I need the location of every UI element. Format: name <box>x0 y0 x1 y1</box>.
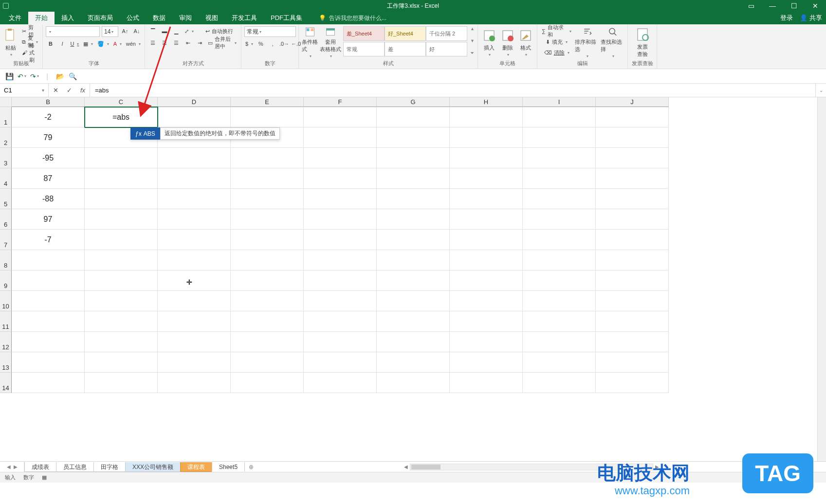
cell-J5[interactable] <box>596 189 669 209</box>
cell-H7[interactable] <box>450 230 523 250</box>
align-middle-button[interactable]: ▬ <box>160 26 169 36</box>
style-item[interactable]: 千位分隔 2 <box>426 26 467 41</box>
align-center-button[interactable]: ☰ <box>160 38 169 48</box>
cell-C3[interactable] <box>85 148 158 168</box>
cell-G11[interactable] <box>377 311 450 332</box>
align-bottom-button[interactable]: ▁ <box>171 26 181 36</box>
share-button[interactable]: 👤 共享 <box>800 14 822 22</box>
tab-home[interactable]: 开始 <box>28 12 55 24</box>
row-header[interactable]: 2 <box>0 127 12 148</box>
cancel-formula-button[interactable]: ✕ <box>49 87 62 94</box>
cell-F2[interactable] <box>304 127 377 148</box>
align-top-button[interactable]: ▔ <box>148 26 158 36</box>
cell-F3[interactable] <box>304 148 377 168</box>
tab-data[interactable]: 数据 <box>146 12 172 24</box>
cell-I2[interactable] <box>523 127 596 148</box>
cell-I11[interactable] <box>523 311 596 332</box>
cell-D4[interactable] <box>158 168 231 189</box>
row-header[interactable]: 12 <box>0 332 12 352</box>
cell-B12[interactable] <box>12 332 85 352</box>
cell-G9[interactable] <box>377 270 450 291</box>
tab-view[interactable]: 视图 <box>199 12 225 24</box>
cell-H10[interactable] <box>450 291 523 311</box>
cell-B14[interactable] <box>12 373 85 393</box>
cell-E5[interactable] <box>231 189 304 209</box>
scroll-left-icon[interactable]: ◀ <box>404 464 408 469</box>
cell-J12[interactable] <box>596 332 669 352</box>
cell-F14[interactable] <box>304 373 377 393</box>
tab-file[interactable]: 文件 <box>2 12 28 24</box>
row-header[interactable]: 6 <box>0 209 12 230</box>
row-header[interactable]: 1 <box>0 107 12 127</box>
cell-H2[interactable] <box>450 127 523 148</box>
cell-D12[interactable] <box>158 332 231 352</box>
cell-J6[interactable] <box>596 209 669 230</box>
cell-I12[interactable] <box>523 332 596 352</box>
cell-E14[interactable] <box>231 373 304 393</box>
cell-C5[interactable] <box>85 189 158 209</box>
bold-button[interactable]: B <box>46 39 55 49</box>
align-right-button[interactable]: ☰ <box>171 38 181 48</box>
tab-developer[interactable]: 开发工具 <box>225 12 264 24</box>
row-header[interactable]: 11 <box>0 311 12 332</box>
style-item[interactable]: 常规 <box>343 42 385 56</box>
login-button[interactable]: 登录 <box>780 14 793 22</box>
enter-formula-button[interactable]: ✓ <box>62 87 76 94</box>
style-item[interactable]: 差 <box>385 42 426 56</box>
sheet-tab[interactable]: 员工信息 <box>56 462 94 472</box>
sheet-nav[interactable]: ◀▶ <box>0 462 24 472</box>
row-header[interactable]: 5 <box>0 189 12 209</box>
cell-D14[interactable] <box>158 373 231 393</box>
cell-J3[interactable] <box>596 148 669 168</box>
cell-C12[interactable] <box>85 332 158 352</box>
save-icon[interactable]: 💾 <box>5 72 14 81</box>
style-item[interactable]: 好_Sheet4 <box>385 26 426 41</box>
cell-E13[interactable] <box>231 352 304 373</box>
col-header[interactable]: J <box>596 97 669 107</box>
cell-E3[interactable] <box>231 148 304 168</box>
col-header[interactable]: H <box>450 97 523 107</box>
col-header[interactable]: E <box>231 97 304 107</box>
select-all-corner[interactable] <box>0 97 12 107</box>
cell-F4[interactable] <box>304 168 377 189</box>
sheet-tab[interactable]: 成绩表 <box>24 462 56 472</box>
cell-D5[interactable] <box>158 189 231 209</box>
decrease-indent-button[interactable]: ⇤ <box>183 38 193 48</box>
border-button[interactable]: ▦ <box>82 39 94 49</box>
cell-H3[interactable] <box>450 148 523 168</box>
function-suggestion[interactable]: ƒx ABS <box>130 127 160 140</box>
cell-E8[interactable] <box>231 250 304 270</box>
cell-I7[interactable] <box>523 230 596 250</box>
cell-C4[interactable] <box>85 168 158 189</box>
row-header[interactable]: 9 <box>0 270 12 291</box>
cell-H1[interactable] <box>450 107 523 127</box>
phonetic-button[interactable]: wén <box>125 39 142 49</box>
cell-B13[interactable] <box>12 352 85 373</box>
cell-J8[interactable] <box>596 250 669 270</box>
comma-button[interactable]: , <box>268 39 277 49</box>
row-header[interactable]: 3 <box>0 148 12 168</box>
cell-H4[interactable] <box>450 168 523 189</box>
cell-I6[interactable] <box>523 209 596 230</box>
currency-button[interactable]: $ <box>244 39 254 49</box>
cell-J14[interactable] <box>596 373 669 393</box>
expand-formula-bar-button[interactable]: ⌄ <box>815 84 826 97</box>
cell-I10[interactable] <box>523 291 596 311</box>
cell-D9[interactable] <box>158 270 231 291</box>
percent-button[interactable]: % <box>256 39 266 49</box>
autosum-button[interactable]: ∑自动求和 <box>540 26 573 36</box>
next-sheet-icon[interactable]: ▶ <box>14 464 18 469</box>
col-header[interactable]: F <box>304 97 377 107</box>
cell-J2[interactable] <box>596 127 669 148</box>
cell-J9[interactable] <box>596 270 669 291</box>
ribbon-options-icon[interactable]: ▭ <box>740 0 762 12</box>
new-sheet-button[interactable]: ⊕ <box>244 462 258 472</box>
cell-G13[interactable] <box>377 352 450 373</box>
cell-B8[interactable] <box>12 250 85 270</box>
number-format-combo[interactable]: 常规 <box>244 26 296 37</box>
row-header[interactable]: 8 <box>0 250 12 270</box>
cell-G8[interactable] <box>377 250 450 270</box>
row-header[interactable]: 4 <box>0 168 12 189</box>
tab-formulas[interactable]: 公式 <box>120 12 146 24</box>
spreadsheet-grid[interactable]: B C D E F G H I J 1234567891011121314 -2… <box>0 97 826 461</box>
